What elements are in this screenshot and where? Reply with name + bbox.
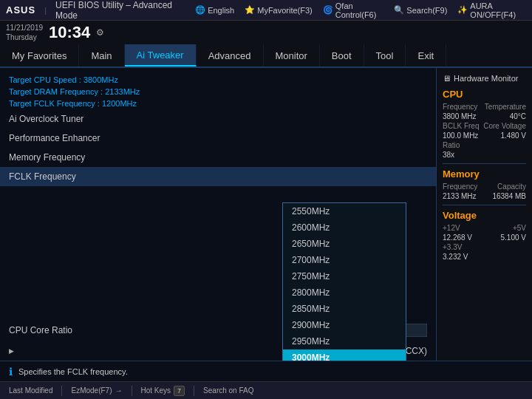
memory-frequency[interactable]: Memory Frequency bbox=[0, 148, 436, 167]
mem-values: 2133 MHz 16384 MB bbox=[443, 192, 526, 200]
freq-3000[interactable]: 3000MHz bbox=[283, 349, 406, 361]
cpu-bclk-values: 100.0 MHz 1.480 V bbox=[443, 132, 526, 140]
voltage-12-5-values: 12.268 V 5.100 V bbox=[443, 233, 526, 242]
cpu-ratio-value: 38x bbox=[443, 151, 526, 159]
voltage-33-label: +3.3V bbox=[443, 243, 526, 251]
target-cpu-speed: Target CPU Speed : 3800MHz bbox=[0, 74, 436, 86]
top-bar: ASUS | UEFI BIOS Utility – Advanced Mode… bbox=[0, 0, 532, 21]
arrow-icon: → bbox=[115, 386, 123, 395]
nav-exit[interactable]: Exit bbox=[406, 44, 446, 66]
monitor-icon: 🖥 bbox=[443, 74, 451, 83]
main-content: Target CPU Speed : 3800MHz Target DRAM F… bbox=[0, 68, 532, 361]
aura-icon: ✨ bbox=[457, 5, 468, 15]
nav-tool[interactable]: Tool bbox=[364, 44, 406, 66]
freq-2600[interactable]: 2600MHz bbox=[283, 219, 406, 236]
ai-overclock-tuner[interactable]: Ai Overclock Tuner bbox=[0, 109, 436, 129]
mem-labels: Frequency Capacity bbox=[443, 183, 526, 191]
nav-boot[interactable]: Boot bbox=[320, 44, 364, 66]
qfan-button[interactable]: 🌀 Qfan Control(F6) bbox=[323, 1, 384, 19]
footer-bar: Last Modified EzMode(F7) → Hot Keys 7 Se… bbox=[0, 381, 532, 399]
nav-advanced[interactable]: Advanced bbox=[197, 44, 264, 66]
nav-ai-tweaker[interactable]: Ai Tweaker bbox=[125, 44, 197, 66]
cpu-bclk-labels: BCLK Freq Core Voltage bbox=[443, 122, 526, 130]
performance-enhancer[interactable]: Performance Enhancer bbox=[0, 129, 436, 148]
language-selector[interactable]: 🌐 English bbox=[195, 5, 234, 15]
freq-2550[interactable]: 2550MHz bbox=[283, 203, 406, 219]
voltage-section-title: Voltage bbox=[443, 210, 526, 221]
settings-icon[interactable]: ⚙ bbox=[96, 27, 104, 38]
cpu-section-title: CPU bbox=[443, 89, 526, 100]
footer-left: Last Modified EzMode(F7) → Hot Keys 7 Se… bbox=[9, 386, 253, 396]
cpu-freq-row: Frequency Temperature bbox=[443, 103, 526, 111]
time-display: 10:34 bbox=[49, 23, 90, 42]
freq-2650[interactable]: 2650MHz bbox=[283, 236, 406, 252]
datetime-bar: 11/21/2019 Thursday 10:34 ⚙ bbox=[0, 21, 532, 44]
cpu-divider bbox=[443, 163, 526, 164]
fan-icon: 🌀 bbox=[323, 5, 333, 15]
nav-bar: My Favorites Main Ai Tweaker Advanced Mo… bbox=[0, 44, 532, 68]
asus-logo: ASUS bbox=[6, 4, 35, 16]
date-display: 11/21/2019 Thursday bbox=[6, 23, 43, 42]
voltage-12-5-labels: +12V +5V bbox=[443, 224, 526, 232]
freq-2750[interactable]: 2750MHz bbox=[283, 268, 406, 284]
target-fclk-freq: Target FCLK Frequency : 1200MHz bbox=[0, 98, 436, 109]
fclk-description: Specifies the FCLK frequency. bbox=[18, 367, 128, 376]
freq-2700[interactable]: 2700MHz bbox=[283, 252, 406, 268]
top-icons: 🌐 English ⭐ MyFavorite(F3) 🌀 Qfan Contro… bbox=[195, 1, 526, 19]
freq-2950[interactable]: 2950MHz bbox=[283, 333, 406, 349]
ezmode-button[interactable]: EzMode(F7) bbox=[71, 386, 112, 395]
logo-separator: | bbox=[44, 6, 47, 15]
freq-2900[interactable]: 2900MHz bbox=[283, 317, 406, 333]
hotkeys-label: Hot Keys bbox=[141, 386, 171, 395]
frequency-dropdown[interactable]: 2550MHz 2600MHz 2650MHz 2700MHz 2750MHz … bbox=[282, 202, 406, 361]
left-panel: Target CPU Speed : 3800MHz Target DRAM F… bbox=[0, 68, 436, 361]
voltage-33-value: 3.232 V bbox=[443, 253, 526, 261]
footer-divider-3 bbox=[194, 386, 194, 396]
cpu-ratio-label: Ratio bbox=[443, 141, 526, 149]
search-button[interactable]: 🔍 Search(F9) bbox=[394, 5, 447, 15]
globe-icon: 🌐 bbox=[195, 5, 205, 15]
bottom-info-bar: ℹ Specifies the FCLK frequency. bbox=[0, 361, 532, 381]
last-modified-label: Last Modified bbox=[9, 386, 52, 395]
nav-monitor[interactable]: Monitor bbox=[264, 44, 320, 66]
cpu-freq-values: 3800 MHz 40°C bbox=[443, 112, 526, 120]
search-faq-button[interactable]: Search on FAQ bbox=[203, 386, 253, 395]
search-icon: 🔍 bbox=[394, 5, 404, 15]
hardware-monitor-panel: 🖥 Hardware Monitor CPU Frequency Tempera… bbox=[436, 68, 532, 361]
myfavorites-button[interactable]: ⭐ MyFavorite(F3) bbox=[245, 5, 313, 15]
target-dram-freq: Target DRAM Frequency : 2133MHz bbox=[0, 86, 436, 98]
star-icon: ⭐ bbox=[245, 5, 255, 15]
memory-divider bbox=[443, 205, 526, 205]
footer-divider-2 bbox=[132, 386, 132, 396]
freq-2800[interactable]: 2800MHz bbox=[283, 284, 406, 301]
nav-main[interactable]: Main bbox=[79, 44, 124, 66]
hw-monitor-title: 🖥 Hardware Monitor bbox=[443, 74, 526, 83]
footer-divider-1 bbox=[61, 386, 62, 396]
freq-2850[interactable]: 2850MHz bbox=[283, 301, 406, 317]
aura-button[interactable]: ✨ AURA ON/OFF(F4) bbox=[457, 1, 526, 19]
bios-title: UEFI BIOS Utility – Advanced Mode bbox=[55, 0, 186, 21]
nav-my-favorites[interactable]: My Favorites bbox=[0, 44, 79, 66]
fclk-frequency[interactable]: FCLK Frequency 2550MHz 2600MHz 2650MHz 2… bbox=[0, 167, 436, 186]
hotkeys-key[interactable]: 7 bbox=[174, 386, 185, 396]
info-icon: ℹ bbox=[9, 366, 13, 378]
memory-section-title: Memory bbox=[443, 168, 526, 180]
